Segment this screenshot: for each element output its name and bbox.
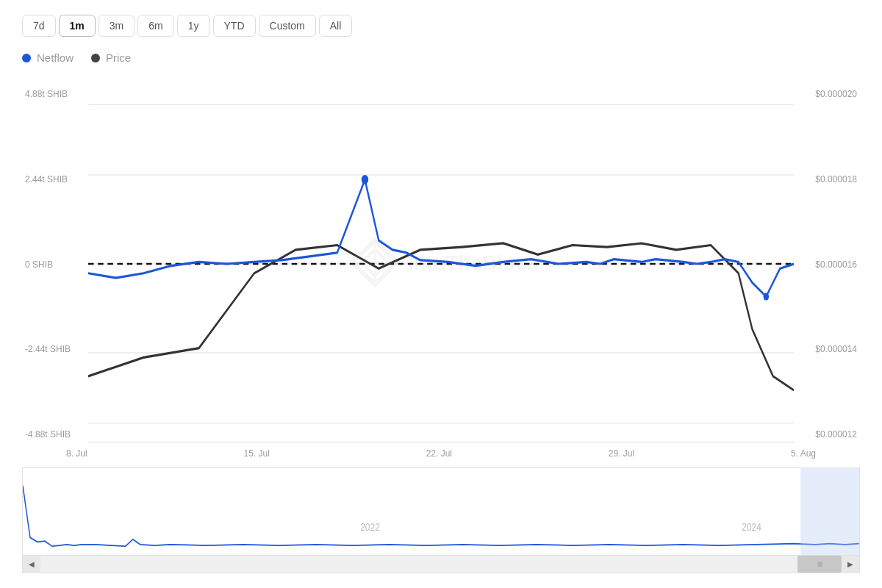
y-label-bot-left: -4.88t SHIB xyxy=(22,429,88,440)
price-dot xyxy=(91,54,100,62)
x-label-4: 29. Jul xyxy=(609,448,634,459)
chart-wrapper: 4.88t SHIB 2.44t SHIB 0 SHIB -2.44t SHIB… xyxy=(22,86,860,573)
x-label-3: 22. Jul xyxy=(426,448,452,459)
legend-price: Price xyxy=(91,51,131,64)
x-label-2: 15. Jul xyxy=(243,448,269,459)
scroll-thumb[interactable]: ⦀⦀ xyxy=(797,556,842,573)
time-filter-ytd[interactable]: YTD xyxy=(213,15,256,37)
y-label-4-left: -2.44t SHIB xyxy=(22,344,88,354)
chart-legend: Netflow Price xyxy=(22,51,860,64)
mini-chart: 2022 2024 xyxy=(22,467,860,556)
y-label-2-left: 2.44t SHIB xyxy=(22,174,88,184)
x-axis: 8. Jul 15. Jul 22. Jul 29. Jul 5. Aug xyxy=(22,442,860,465)
svg-rect-16 xyxy=(800,468,859,555)
scroll-right-button[interactable]: ▶ xyxy=(842,556,859,573)
y-label-mid-left: 0 SHIB xyxy=(22,259,88,270)
svg-text:2024: 2024 xyxy=(742,521,761,533)
time-filter-6m[interactable]: 6m xyxy=(137,15,173,37)
svg-point-12 xyxy=(764,293,770,300)
netflow-dot xyxy=(22,54,31,62)
legend-netflow: Netflow xyxy=(22,51,74,64)
x-label-5: 5. Aug xyxy=(791,448,816,459)
mini-chart-svg: 2022 2024 xyxy=(23,468,859,555)
y-label-top-right: $0.000020 xyxy=(794,89,860,99)
x-label-1: 8. Jul xyxy=(66,448,87,459)
scroll-left-button[interactable]: ◀ xyxy=(23,556,40,573)
svg-point-11 xyxy=(362,175,368,184)
y-label-4-right: $0.000014 xyxy=(794,344,860,354)
time-filter-all[interactable]: All xyxy=(319,15,353,37)
legend-netflow-label: Netflow xyxy=(37,51,74,64)
svg-text:2022: 2022 xyxy=(360,521,380,533)
y-label-top-left: 4.88t SHIB xyxy=(22,89,88,99)
y-label-bot-right: $0.000012 xyxy=(794,429,860,440)
legend-price-label: Price xyxy=(106,51,131,64)
time-filter-bar: 7d1m3m6m1yYTDCustomAll xyxy=(22,15,860,37)
main-chart-svg xyxy=(88,86,794,442)
mini-scrollbar: ◀ ⦀⦀ ▶ xyxy=(22,556,860,573)
main-container: 7d1m3m6m1yYTDCustomAll Netflow Price 4.8… xyxy=(0,0,882,588)
scroll-track: ⦀⦀ xyxy=(40,556,842,573)
time-filter-1m[interactable]: 1m xyxy=(59,15,96,37)
time-filter-7d[interactable]: 7d xyxy=(22,15,56,37)
scroll-grip-icon: ⦀⦀ xyxy=(817,560,822,569)
y-label-mid-right: $0.000016 xyxy=(794,259,860,270)
svg-rect-13 xyxy=(23,468,859,555)
time-filter-3m[interactable]: 3m xyxy=(98,15,135,37)
time-filter-1y[interactable]: 1y xyxy=(177,15,210,37)
y-label-2-right: $0.000018 xyxy=(794,174,860,184)
time-filter-custom[interactable]: Custom xyxy=(259,15,316,37)
